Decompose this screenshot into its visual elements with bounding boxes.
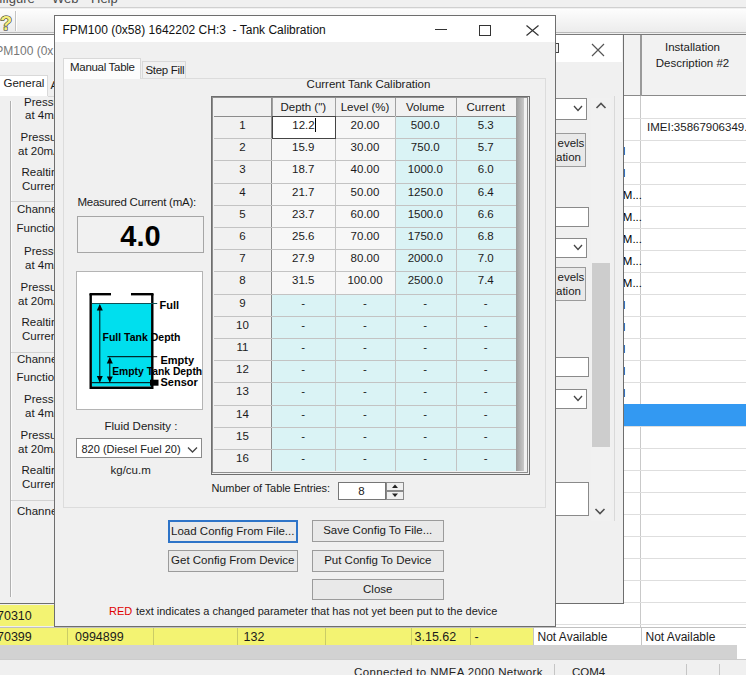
svg-text:?: ? [0, 12, 12, 33]
svg-text:Sensor: Sensor [161, 376, 199, 388]
svg-text:Full Tank Depth: Full Tank Depth [103, 331, 181, 343]
svg-text:Full: Full [160, 298, 180, 310]
